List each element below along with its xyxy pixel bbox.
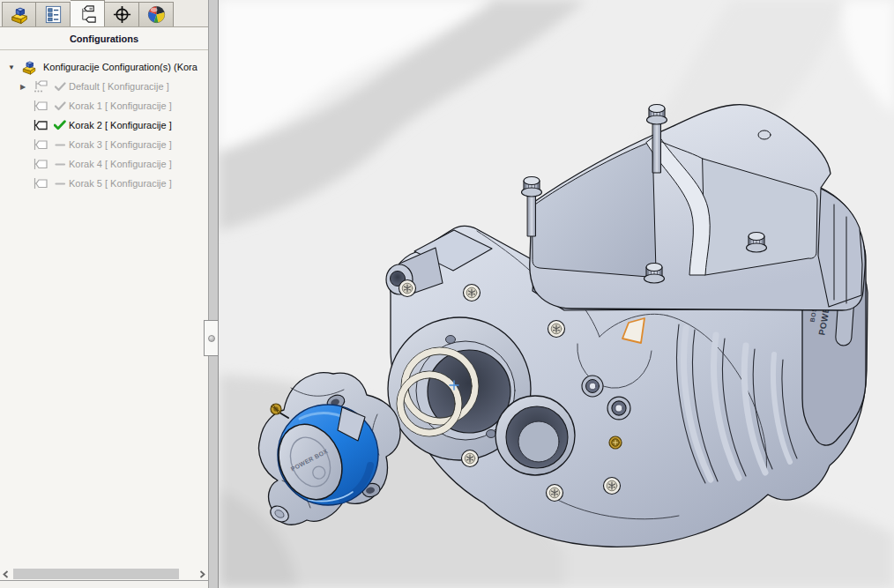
- not-rebuilt-dash-icon: [51, 140, 69, 150]
- assembly-icon: [19, 59, 40, 75]
- config-label-active: Korak 2 [ Konfiguracije ]: [69, 120, 172, 130]
- scrollbar-track[interactable]: [11, 568, 197, 580]
- panel-splitter-bar[interactable]: [208, 0, 219, 588]
- tab-configurationmanager[interactable]: [71, 0, 105, 26]
- collapsed-lower-pane: [0, 580, 208, 588]
- config-flag-icon: [30, 138, 51, 152]
- config-flag-icon-active: [30, 118, 51, 132]
- derived-config-icon: [30, 79, 51, 93]
- configuration-manager-panel: Configurations ▼: [0, 0, 219, 588]
- panel-collapse-handle[interactable]: [204, 320, 219, 356]
- config-flag-icon: [30, 157, 51, 171]
- tab-displaymanager[interactable]: [139, 2, 174, 26]
- application-window: { "panel": { "tabs": [ { "icon": "featur…: [0, 0, 894, 588]
- panel-title: Configurations: [0, 27, 208, 50]
- grip-dot-icon: [208, 335, 215, 342]
- rebuild-check-icon: [51, 101, 69, 111]
- config-label: Korak 5 [ Konfiguracije ]: [69, 178, 172, 189]
- bearing-ring[interactable]: [582, 376, 603, 397]
- panel-horizontal-scrollbar[interactable]: [0, 568, 208, 580]
- not-rebuilt-dash-icon: [51, 160, 69, 169]
- tab-dimxpertmanager[interactable]: [105, 2, 139, 26]
- configuration-tree: ▼ Konfigur: [0, 50, 208, 193]
- manager-tab-bar: [0, 0, 208, 27]
- config-label: Korak 3 [ Konfiguracije ]: [69, 139, 172, 150]
- config-row-korak5[interactable]: Korak 5 [ Konfiguracije ]: [0, 174, 208, 193]
- not-rebuilt-dash-icon: [51, 179, 69, 189]
- configurationmanager-icon: [78, 4, 98, 24]
- rebuild-check-icon: [51, 82, 69, 92]
- config-row-korak1[interactable]: Korak 1 [ Konfiguracije ]: [0, 96, 208, 115]
- config-flag-icon: [30, 99, 51, 113]
- config-row-korak3[interactable]: Korak 3 [ Konfiguracije ]: [0, 135, 208, 154]
- tab-featuremanager-tree[interactable]: [2, 2, 36, 26]
- chevron-right-icon: [199, 570, 205, 578]
- config-label: Korak 4 [ Konfiguracije ]: [69, 159, 172, 169]
- dimxpertmanager-icon: [112, 4, 132, 25]
- config-flag-icon: [30, 176, 51, 190]
- config-row-korak4[interactable]: Korak 4 [ Konfiguracije ]: [0, 154, 208, 174]
- config-root-row[interactable]: ▼ Konfigur: [0, 57, 208, 77]
- propertymanager-icon: [43, 4, 63, 25]
- gold-plug-screw[interactable]: [609, 436, 622, 449]
- collapse-arrow-icon[interactable]: ▼: [4, 63, 19, 71]
- chevron-left-icon: [3, 570, 9, 578]
- scroll-left-button[interactable]: [0, 568, 11, 580]
- displaymanager-icon: [146, 4, 167, 25]
- config-row-korak2-active[interactable]: Korak 2 [ Konfiguracije ]: [0, 115, 208, 135]
- active-config-check-icon: [51, 120, 69, 130]
- config-root-label: Konfiguracije Configuration(s) (Kora: [43, 62, 197, 72]
- config-row-default[interactable]: ▶ Default [ Konfiguracije ]: [0, 77, 208, 96]
- expand-arrow-icon[interactable]: ▶: [16, 83, 30, 91]
- config-label: Default [ Konfiguracije ]: [69, 81, 169, 92]
- secondary-bore[interactable]: [495, 396, 575, 475]
- scrollbar-thumb[interactable]: [13, 569, 179, 579]
- featuremanager-tree-icon: [9, 4, 30, 25]
- config-label: Korak 1 [ Konfiguracije ]: [69, 100, 172, 111]
- scroll-right-button[interactable]: [197, 568, 208, 580]
- tab-propertymanager[interactable]: [36, 2, 71, 26]
- bearing-ring[interactable]: [607, 397, 630, 420]
